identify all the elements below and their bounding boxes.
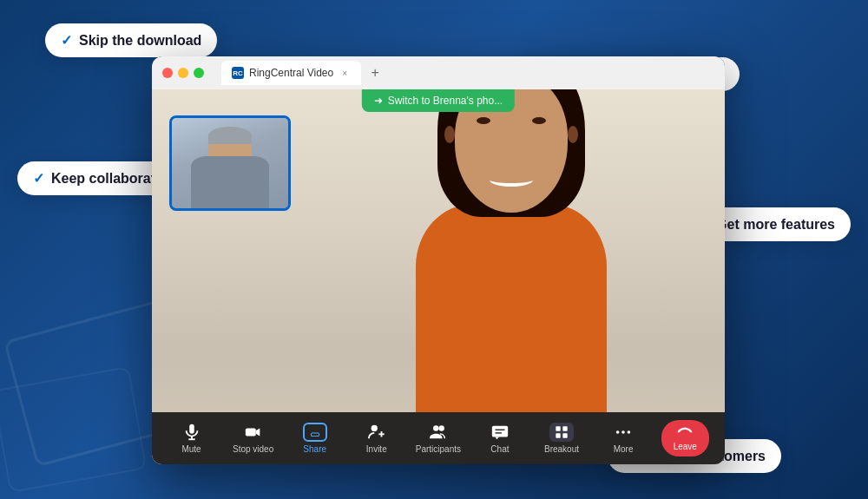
tab-favicon: RC [232,67,244,79]
invite-icon [365,423,389,442]
chat-icon [488,423,512,442]
eye-left [477,117,490,124]
leave-label: Leave [674,442,697,451]
participant-body [191,156,269,208]
participants-button[interactable]: Participants [414,423,462,454]
svg-rect-15 [556,433,560,437]
more-label: More [614,444,634,454]
switch-notification-text: Switch to Brenna's pho... [388,95,503,107]
get-more-features-label: Get more features [716,217,835,233]
svg-rect-14 [562,426,567,430]
svg-rect-13 [556,426,560,430]
minimize-button[interactable] [178,68,188,78]
svg-point-5 [371,425,377,431]
svg-point-19 [628,430,631,434]
browser-chrome: RC RingCentral Video × + [152,56,725,89]
chat-button[interactable]: Chat [476,423,523,454]
breakout-button[interactable]: Breakout [538,423,586,454]
earring-left [444,126,455,143]
check-icon: ✓ [33,170,44,187]
video-camera-icon [241,423,266,442]
tab-close-button[interactable]: × [339,67,351,79]
svg-rect-3 [245,428,255,436]
new-tab-button[interactable]: + [366,64,384,82]
invite-button[interactable]: Invite [352,423,400,454]
earring-right [568,126,578,143]
participants-icon [426,423,450,442]
chat-label: Chat [490,444,509,454]
breakout-icon [549,423,574,442]
participant-video-inner [172,118,288,208]
leave-phone-icon [676,425,694,440]
svg-rect-0 [189,424,194,434]
browser-tab-ringcentral[interactable]: RC RingCentral Video × [221,61,361,85]
invite-label: Invite [366,444,387,454]
mute-icon [180,423,204,442]
svg-rect-10 [492,426,508,437]
more-button[interactable]: More [600,423,648,454]
body [416,204,607,412]
browser-window: RC RingCentral Video × + [152,56,725,464]
tab-bar: RC RingCentral Video × + [221,61,714,85]
video-area: ➜ Switch to Brenna's pho... [152,89,725,464]
svg-point-18 [621,430,625,434]
tab-label: RingCentral Video [249,67,333,79]
close-button[interactable] [162,68,173,78]
traffic-lights [162,68,204,78]
maximize-button[interactable] [194,68,204,78]
participant-hair [208,127,252,144]
skip-download-pill: ✓ Skip the download [45,23,217,57]
participant-thumbnail [169,115,291,211]
share-icon [303,423,327,442]
more-icon [611,423,635,442]
share-button[interactable]: Share [291,423,339,454]
stop-video-button[interactable]: Stop video [229,423,277,454]
svg-point-17 [616,430,620,434]
check-icon: ✓ [61,32,72,49]
mute-button[interactable]: Mute [168,423,215,454]
stop-video-label: Stop video [233,444,273,454]
mute-label: Mute [181,444,201,454]
switch-notification-bar[interactable]: ➜ Switch to Brenna's pho... [362,89,515,112]
video-toolbar: Mute Stop video Share [152,412,725,464]
breakout-label: Breakout [544,444,579,454]
eye-right [532,117,546,124]
skip-download-label: Skip the download [79,33,201,49]
svg-rect-16 [562,433,567,437]
svg-point-9 [438,425,444,430]
bg-decorative-shape-2 [0,366,147,493]
smile [490,174,533,187]
share-label: Share [303,444,326,454]
switch-arrow-icon: ➜ [374,95,383,107]
svg-point-8 [433,425,438,430]
participants-label: Participants [416,444,461,454]
svg-rect-4 [311,433,319,437]
main-participant-video [390,89,633,412]
leave-button[interactable]: Leave [661,420,709,456]
